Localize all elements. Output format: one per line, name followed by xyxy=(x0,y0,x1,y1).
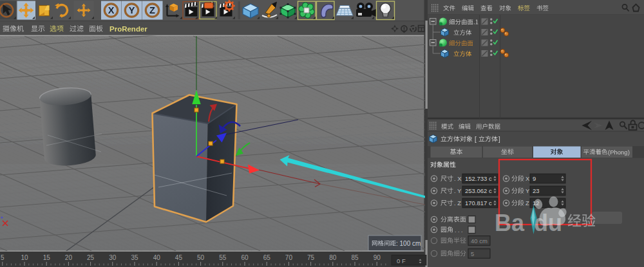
svg-text:253.062 c: 253.062 c xyxy=(465,187,492,194)
svg-text:ProRender: ProRender xyxy=(109,25,147,33)
svg-text:. Z: . Z xyxy=(454,199,461,207)
svg-text:5: 5 xyxy=(471,250,474,257)
svg-text:152.733 c: 152.733 c xyxy=(465,175,492,182)
svg-text:X: X xyxy=(526,175,530,182)
svg-text:40 cm: 40 cm xyxy=(471,237,488,244)
svg-text:. X: . X xyxy=(454,175,462,182)
svg-text:. Y: . Y xyxy=(454,187,462,194)
svg-text:75: 75 xyxy=(307,254,315,261)
svg-text:[: [ xyxy=(475,136,477,143)
svg-text:Y: Y xyxy=(526,187,530,194)
svg-text:Z: Z xyxy=(149,5,155,15)
svg-text:170.817 c: 170.817 c xyxy=(465,199,492,207)
svg-text:50: 50 xyxy=(197,254,205,261)
svg-text:9: 9 xyxy=(533,175,536,182)
svg-text:(Phong): (Phong) xyxy=(608,149,630,156)
svg-text:5: 5 xyxy=(1,254,5,261)
svg-text:60: 60 xyxy=(241,254,249,261)
svg-text:X: X xyxy=(108,5,115,15)
svg-text:25: 25 xyxy=(87,254,95,261)
svg-text:90: 90 xyxy=(374,254,381,261)
svg-text:65: 65 xyxy=(263,254,271,261)
svg-text:Y: Y xyxy=(129,5,135,15)
svg-text:. . .: . . . xyxy=(455,227,463,234)
svg-text:55: 55 xyxy=(219,254,227,261)
svg-text:: 100 cm: : 100 cm xyxy=(396,240,421,247)
svg-text:0 F: 0 F xyxy=(397,257,406,264)
svg-text:23: 23 xyxy=(533,187,540,194)
svg-text:15: 15 xyxy=(43,254,51,261)
svg-text:70: 70 xyxy=(285,254,293,261)
svg-text:40: 40 xyxy=(153,254,161,261)
svg-text:10: 10 xyxy=(21,254,28,261)
svg-text:35: 35 xyxy=(131,254,138,261)
svg-text:45: 45 xyxy=(175,254,183,261)
svg-text:30: 30 xyxy=(109,254,117,261)
svg-text:80: 80 xyxy=(329,254,337,261)
svg-text:Ba: Ba xyxy=(495,210,525,236)
svg-text:85: 85 xyxy=(351,254,359,261)
svg-text:]: ] xyxy=(498,136,500,143)
svg-text:Z: Z xyxy=(526,199,529,207)
svg-text:20: 20 xyxy=(65,254,73,261)
